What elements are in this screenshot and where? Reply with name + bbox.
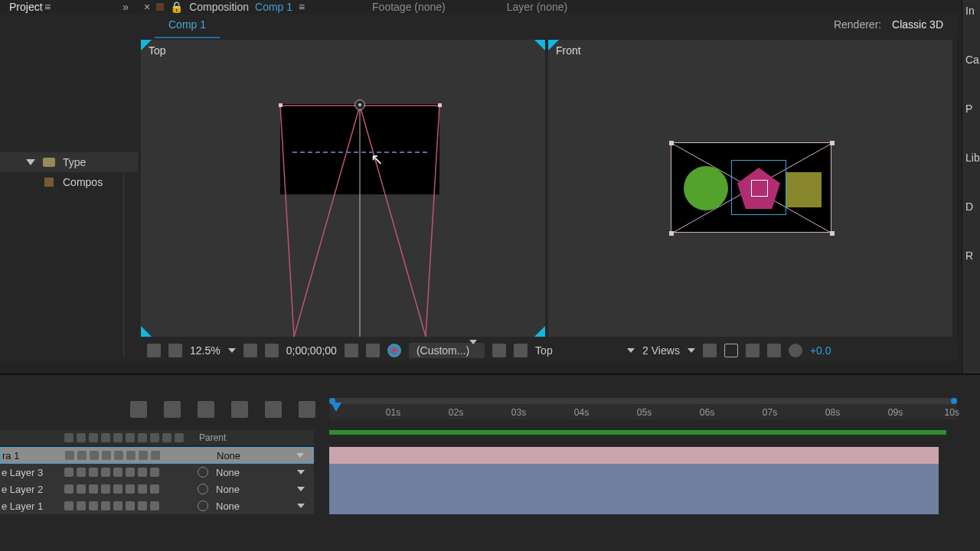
layer-switches[interactable]	[61, 468, 191, 477]
layer-bar[interactable]	[329, 497, 939, 514]
mask-icon[interactable]	[514, 344, 528, 357]
viewport-front[interactable]: Front	[548, 40, 952, 337]
cube-3d-icon[interactable]	[198, 401, 214, 418]
roi-icon[interactable]	[265, 344, 279, 357]
timeline-icon[interactable]	[746, 344, 760, 357]
layer-row[interactable]: e Layer 2 None	[0, 481, 314, 497]
graph-editor-icon[interactable]	[299, 401, 315, 418]
work-area-bar[interactable]	[329, 398, 957, 404]
layer-tab[interactable]: Layer (none)	[476, 1, 598, 13]
view-layout-dropdown[interactable]: 2 Views	[642, 344, 680, 357]
current-timecode[interactable]: 0;00;00;00	[286, 344, 337, 357]
close-icon[interactable]: ×	[144, 1, 150, 13]
parent-value[interactable]: None	[216, 467, 240, 478]
shape-circle	[684, 166, 728, 210]
time-ruler[interactable]: 01s 02s 03s 04s 05s 06s 07s 08s 09s 10s	[329, 398, 957, 419]
exposure-reset-icon[interactable]	[789, 344, 802, 357]
right-panels: In Ca P Lib D R	[962, 0, 980, 375]
svg-rect-7	[438, 103, 442, 107]
channel-icon[interactable]	[366, 344, 380, 357]
snapshot-icon[interactable]	[345, 344, 358, 357]
color-mgmt-icon[interactable]	[387, 344, 401, 357]
pickwhip-icon[interactable]	[198, 467, 208, 478]
ruler-tick: 06s	[700, 407, 714, 418]
exposure-value[interactable]: +0.0	[810, 344, 831, 357]
project-column-header[interactable]: Type	[0, 152, 138, 172]
focus-plane-line	[292, 152, 427, 153]
comp-menu-icon[interactable]: ≡	[299, 1, 331, 13]
pickwhip-icon[interactable]	[198, 450, 209, 461]
switches-header	[61, 433, 191, 442]
shy-icon[interactable]	[164, 401, 181, 418]
project-tab[interactable]: Project	[0, 1, 44, 13]
svg-line-2	[360, 106, 426, 337]
layer-switches[interactable]	[61, 484, 191, 494]
layer-row[interactable]: ra 1 None	[0, 447, 314, 464]
parent-value[interactable]: None	[217, 450, 240, 461]
search-icon[interactable]	[130, 401, 147, 418]
project-menu-icon[interactable]: ≡	[44, 1, 77, 13]
layer-switches[interactable]	[61, 501, 191, 510]
display-icon[interactable]	[168, 344, 182, 357]
composition-label: Composition	[189, 1, 249, 13]
fast-preview-icon[interactable]	[724, 344, 738, 357]
layer-name[interactable]: e Layer 1	[0, 500, 61, 512]
ruler-tick: 08s	[825, 407, 840, 418]
chevron-down-icon[interactable]	[297, 487, 305, 491]
ruler-tick: 04s	[574, 407, 589, 418]
resolution-dropdown[interactable]: (Custom...)	[409, 343, 485, 358]
pixel-aspect-icon[interactable]	[703, 344, 717, 357]
viewer-comp-tab[interactable]: Comp 1	[155, 14, 220, 38]
resolution-icon[interactable]	[243, 344, 257, 357]
parent-value[interactable]: None	[216, 500, 240, 512]
parent-value[interactable]: None	[216, 484, 240, 495]
work-area-track[interactable]	[329, 430, 946, 435]
svg-line-4	[280, 106, 294, 337]
panel-stub[interactable]: P	[965, 103, 972, 115]
layer-switches[interactable]	[62, 451, 192, 460]
mag-tool-icon[interactable]	[147, 344, 161, 357]
timeline-columns-header: Parent	[0, 430, 314, 445]
panel-stub[interactable]: Lib	[965, 152, 980, 164]
project-item-row[interactable]: Compos	[0, 173, 138, 191]
camera-frustum	[141, 40, 545, 337]
layer-bar[interactable]	[329, 481, 939, 497]
footage-tab[interactable]: Footage (none)	[341, 1, 476, 13]
frame-blend-icon[interactable]	[231, 401, 248, 418]
composition-tab[interactable]: × 🔒 Composition Comp 1 ≡	[138, 0, 341, 14]
camera-node-icon[interactable]	[354, 99, 365, 110]
view-camera-dropdown[interactable]: Top	[535, 344, 619, 357]
pickwhip-icon[interactable]	[198, 484, 208, 494]
panel-stub[interactable]: Ca	[965, 54, 979, 66]
panel-stub[interactable]: In	[965, 5, 975, 17]
layer-row[interactable]: e Layer 3 None	[0, 464, 314, 481]
transparency-icon[interactable]	[492, 344, 506, 357]
chevron-down-icon[interactable]	[297, 470, 305, 474]
current-time-indicator[interactable]	[331, 403, 341, 412]
layer-row[interactable]: e Layer 1 None	[0, 497, 314, 514]
svg-line-1	[294, 106, 360, 337]
chevron-down-icon[interactable]	[296, 453, 304, 458]
zoom-dropdown-icon[interactable]	[228, 348, 236, 353]
panel-stub[interactable]: R	[965, 249, 973, 262]
layer-name[interactable]: e Layer 2	[0, 484, 61, 495]
twirl-down-icon[interactable]	[26, 159, 35, 165]
zoom-level[interactable]: 12.5%	[190, 344, 220, 357]
pickwhip-icon[interactable]	[198, 500, 208, 511]
flowchart-icon[interactable]	[767, 344, 781, 357]
viewport-front-label: Front	[556, 44, 581, 57]
layer-name[interactable]: e Layer 3	[0, 467, 61, 478]
renderer-picker[interactable]: Renderer: Classic 3D	[834, 18, 943, 31]
panel-collapse-icon[interactable]: »	[77, 1, 138, 13]
lock-icon[interactable]: 🔒	[170, 1, 183, 13]
chevron-down-icon[interactable]	[627, 348, 635, 353]
motion-blur-icon[interactable]	[265, 401, 282, 418]
layer-bar[interactable]	[329, 464, 939, 481]
panel-stub[interactable]: D	[965, 201, 973, 213]
layer-name[interactable]: ra 1	[1, 450, 62, 461]
layer-bar[interactable]	[329, 447, 939, 464]
renderer-label: Renderer:	[834, 18, 881, 31]
chevron-down-icon[interactable]	[688, 348, 695, 353]
chevron-down-icon[interactable]	[297, 504, 305, 508]
viewport-top[interactable]: Top ↖	[141, 40, 545, 337]
